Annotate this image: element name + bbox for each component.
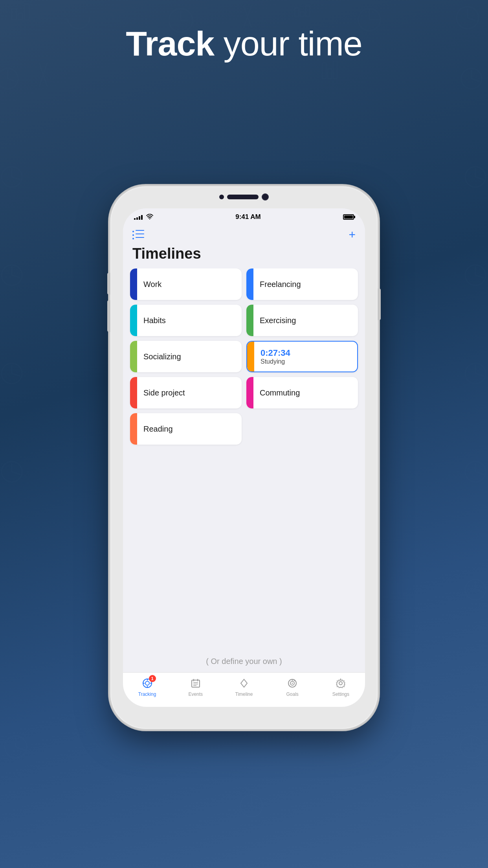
card-label-socializing: Socializing [137, 352, 242, 361]
app-content: + Timelines Work Freelancing [123, 226, 365, 707]
card-label-side-project: Side project [137, 388, 242, 397]
goals-icon [287, 678, 298, 689]
svg-line-50 [12, 472, 20, 474]
phone-frame: 9:41 AM [110, 186, 378, 729]
card-accent-exercising [246, 305, 253, 336]
card-label-freelancing: Freelancing [253, 280, 358, 289]
timer-label: Studying [261, 358, 290, 365]
tab-timeline[interactable]: Timeline [228, 677, 260, 697]
settings-icon [335, 678, 346, 689]
phone-screen: 9:41 AM [123, 208, 365, 707]
speaker [227, 195, 259, 199]
svg-line-32 [16, 747, 25, 750]
svg-line-21 [8, 79, 17, 82]
card-label-habits: Habits [137, 316, 242, 325]
tab-bar: 1 Tracking [123, 672, 365, 707]
goals-icon-wrap [284, 677, 300, 690]
signal-icon [134, 214, 143, 220]
timeline-card-reading[interactable]: Reading [130, 413, 242, 445]
svg-line-35 [471, 747, 481, 750]
timeline-card-studying[interactable]: 0:27:34 Studying [246, 341, 358, 372]
svg-point-27 [461, 68, 482, 89]
svg-point-19 [0, 68, 18, 89]
svg-point-45 [2, 363, 22, 384]
nav-bar: + [123, 226, 365, 244]
card-accent-studying [247, 342, 254, 371]
card-accent-socializing [130, 341, 137, 372]
svg-point-33 [460, 736, 482, 758]
tab-tracking[interactable]: 1 Tracking [132, 677, 163, 697]
camera-area [219, 193, 269, 200]
tracking-tab-label: Tracking [138, 691, 156, 697]
battery-icon [343, 214, 354, 220]
svg-point-54 [465, 265, 486, 285]
events-icon [190, 678, 201, 689]
card-accent-habits [130, 305, 137, 336]
tab-events[interactable]: Events [180, 677, 211, 697]
timelines-grid: Work Freelancing Habits E [123, 268, 365, 647]
tab-goals[interactable]: Goals [277, 677, 308, 697]
svg-point-51 [465, 167, 486, 187]
svg-line-47 [12, 373, 20, 376]
svg-line-22 [39, 63, 47, 86]
card-label-work: Work [137, 280, 242, 289]
card-accent-commuting [246, 377, 253, 408]
add-timeline-button[interactable]: + [349, 229, 356, 241]
svg-point-83 [339, 682, 342, 685]
svg-point-42 [2, 265, 22, 285]
status-time: 9:41 AM [235, 213, 261, 221]
timeline-icon-wrap [236, 677, 252, 690]
tab-settings[interactable]: Settings [325, 677, 356, 697]
timer-value: 0:27:34 [261, 348, 290, 358]
status-right [343, 214, 354, 220]
define-own-text: ( Or define your own ) [123, 647, 365, 672]
page-title: Timelines [123, 244, 365, 268]
card-label-exercising: Exercising [253, 316, 358, 325]
timeline-card-socializing[interactable]: Socializing [130, 341, 242, 372]
svg-point-57 [465, 363, 486, 384]
wifi-icon [146, 214, 153, 221]
goals-tab-label: Goals [286, 691, 298, 697]
tracking-badge: 1 [149, 675, 156, 682]
settings-icon-wrap [333, 677, 349, 690]
svg-line-23 [39, 63, 47, 86]
card-label-commuting: Commuting [253, 388, 358, 397]
svg-rect-73 [192, 680, 200, 687]
card-accent-freelancing [246, 268, 253, 300]
status-left [134, 214, 153, 221]
camera-dot [262, 193, 269, 200]
svg-line-59 [475, 373, 484, 376]
svg-line-44 [12, 275, 20, 278]
power-button [378, 289, 381, 320]
timeline-card-exercising[interactable]: Exercising [246, 305, 358, 336]
timeline-icon [238, 678, 250, 689]
svg-point-36 [240, 795, 262, 817]
timeline-card-commuting[interactable]: Commuting [246, 377, 358, 408]
card-timer-studying: 0:27:34 Studying [254, 348, 297, 365]
svg-point-66 [149, 218, 150, 219]
volume-up-button [107, 273, 110, 294]
svg-line-53 [475, 177, 484, 180]
volume-down-button [107, 300, 110, 332]
svg-line-18 [468, 18, 475, 20]
svg-rect-10 [295, 8, 299, 17]
svg-point-39 [2, 167, 22, 187]
timeline-card-work[interactable]: Work [130, 268, 242, 300]
svg-line-65 [475, 590, 484, 592]
timeline-card-side-project[interactable]: Side project [130, 377, 242, 408]
svg-rect-2 [24, 4, 29, 20]
timeline-card-freelancing[interactable]: Freelancing [246, 268, 358, 300]
hero-title: Track your time [0, 24, 488, 64]
timeline-card-habits[interactable]: Habits [130, 305, 242, 336]
svg-rect-11 [300, 12, 304, 17]
svg-line-29 [471, 79, 479, 81]
svg-line-56 [475, 275, 484, 278]
menu-button[interactable] [132, 230, 144, 239]
svg-line-41 [12, 177, 20, 180]
status-bar: 9:41 AM [123, 208, 365, 226]
svg-point-63 [465, 579, 486, 600]
events-tab-label: Events [188, 691, 203, 697]
card-accent-reading [130, 413, 137, 445]
svg-point-68 [145, 681, 149, 685]
svg-point-30 [5, 736, 27, 758]
